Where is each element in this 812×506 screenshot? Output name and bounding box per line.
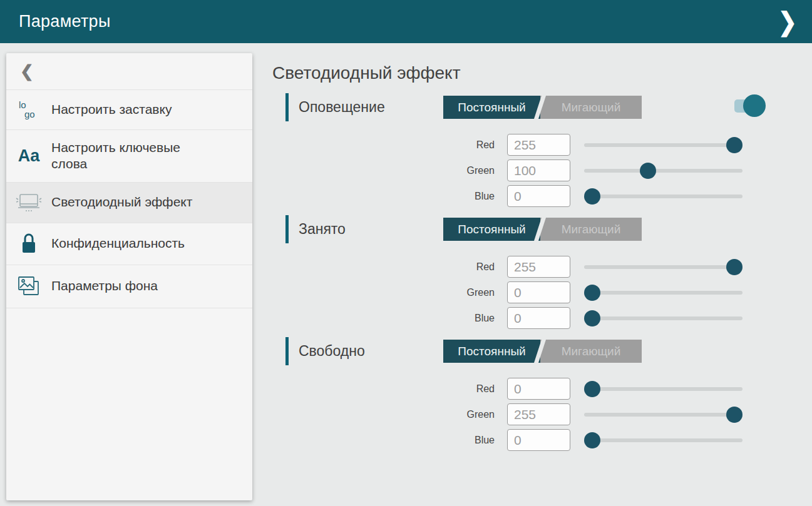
blue-label: Blue: [272, 191, 495, 202]
green-slider[interactable]: [584, 403, 743, 425]
blue-label: Blue: [272, 435, 495, 446]
mode-solid-button[interactable]: Постоянный: [443, 218, 540, 241]
slider-thumb[interactable]: [726, 137, 743, 153]
rgb-controls-free: Red Green Blue: [272, 378, 806, 451]
section-title: Свободно: [285, 337, 365, 365]
alert-enable-toggle[interactable]: [734, 94, 766, 117]
accent-bar: [285, 93, 289, 121]
sidebar-item-label: Светодиодный эффект: [51, 194, 192, 210]
green-value-input[interactable]: [507, 281, 570, 303]
sidebar-back-button[interactable]: ❮: [6, 53, 252, 90]
sidebar-item-led-effect[interactable]: Светодиодный эффект: [6, 183, 252, 223]
mode-segmented-control-alert: Постоянный Мигающий: [443, 96, 642, 119]
section-header-busy: Занято Постоянный Мигающий: [272, 215, 806, 243]
rgb-row-red: Red: [272, 134, 806, 156]
slider-track[interactable]: [584, 143, 743, 147]
slider-thumb[interactable]: [584, 188, 600, 205]
red-slider[interactable]: [584, 378, 743, 400]
sidebar-item-background[interactable]: Параметры фона: [6, 265, 252, 308]
slider-track[interactable]: [584, 387, 743, 391]
red-label: Red: [272, 261, 495, 273]
slider-thumb[interactable]: [726, 407, 743, 423]
sidebar-item-splash-screen[interactable]: logo Настроить заставку: [6, 90, 252, 130]
red-value-input[interactable]: [507, 134, 570, 156]
rgb-controls-alert: Red Green Blue: [272, 134, 806, 207]
slider-track[interactable]: [584, 291, 743, 295]
green-slider[interactable]: [584, 159, 743, 181]
slider-track[interactable]: [584, 265, 743, 269]
slider-thumb[interactable]: [584, 432, 600, 448]
slider-thumb[interactable]: [726, 259, 743, 275]
led-effect-panel: Светодиодный эффект Оповещение Постоянны…: [272, 43, 806, 455]
led-display-icon: [6, 192, 51, 213]
accent-bar: [285, 337, 289, 365]
rgb-row-blue: Blue: [272, 429, 806, 451]
red-slider[interactable]: [584, 256, 743, 278]
slider-track[interactable]: [584, 438, 743, 442]
section-header-free: Свободно Постоянный Мигающий: [272, 337, 806, 365]
mode-solid-button[interactable]: Постоянный: [443, 96, 540, 119]
toggle-thumb[interactable]: [743, 94, 766, 117]
rgb-row-red: Red: [272, 256, 806, 278]
chevron-left-icon: ❮: [20, 62, 34, 81]
mode-blinking-button[interactable]: Мигающий: [540, 340, 642, 363]
blue-value-input[interactable]: [507, 185, 570, 207]
app-header: Параметры ❯: [0, 0, 812, 43]
sidebar-item-privacy[interactable]: Конфиденциальность: [6, 223, 252, 265]
rgb-controls-busy: Red Green Blue: [272, 256, 806, 329]
section-header-alert: Оповещение Постоянный Мигающий: [272, 93, 806, 121]
green-label: Green: [272, 409, 495, 420]
section-title: Оповещение: [285, 93, 385, 121]
blue-label: Blue: [272, 313, 495, 324]
blue-slider[interactable]: [584, 307, 743, 329]
rgb-row-green: Green: [272, 403, 806, 425]
mode-segmented-control-free: Постоянный Мигающий: [443, 340, 642, 363]
keywords-icon: Aa: [6, 146, 51, 166]
logo-icon: logo: [6, 101, 51, 119]
mode-segmented-control-busy: Постоянный Мигающий: [443, 218, 642, 241]
red-value-input[interactable]: [507, 256, 570, 278]
blue-value-input[interactable]: [507, 307, 570, 329]
settings-sidebar: ❮ logo Настроить заставку Aa Настроить к…: [6, 53, 252, 500]
blue-slider[interactable]: [584, 429, 743, 451]
sidebar-item-label: Конфиденциальность: [51, 235, 185, 251]
green-slider[interactable]: [584, 281, 743, 303]
red-label: Red: [272, 139, 495, 151]
slider-track[interactable]: [584, 413, 743, 417]
mode-solid-button[interactable]: Постоянный: [443, 340, 540, 363]
rgb-row-blue: Blue: [272, 307, 806, 329]
background-images-icon: [6, 275, 51, 298]
lock-icon: [6, 233, 51, 255]
rgb-row-red: Red: [272, 378, 806, 400]
mode-blinking-button[interactable]: Мигающий: [540, 218, 642, 241]
panel-title: Светодиодный эффект: [272, 63, 806, 83]
green-value-input[interactable]: [507, 159, 570, 181]
sidebar-item-keywords[interactable]: Aa Настроить ключевые слова: [6, 130, 252, 183]
accent-bar: [285, 215, 289, 243]
page-title: Параметры: [19, 12, 111, 31]
red-label: Red: [272, 383, 495, 395]
rgb-row-blue: Blue: [272, 185, 806, 207]
green-value-input[interactable]: [507, 403, 570, 425]
green-label: Green: [272, 287, 495, 298]
red-value-input[interactable]: [507, 378, 570, 400]
rgb-row-green: Green: [272, 281, 806, 303]
chevron-right-icon[interactable]: ❯: [778, 9, 797, 34]
slider-thumb[interactable]: [584, 381, 600, 397]
blue-value-input[interactable]: [507, 429, 570, 451]
sidebar-item-label: Настроить заставку: [51, 101, 172, 118]
blue-slider[interactable]: [584, 185, 743, 207]
mode-blinking-button[interactable]: Мигающий: [540, 96, 642, 119]
slider-track[interactable]: [584, 169, 743, 173]
section-title: Занято: [285, 215, 346, 243]
slider-track[interactable]: [584, 195, 743, 198]
slider-track[interactable]: [584, 316, 743, 320]
slider-thumb[interactable]: [640, 163, 656, 179]
green-label: Green: [272, 165, 495, 176]
red-slider[interactable]: [584, 134, 743, 156]
sidebar-item-label: Настроить ключевые слова: [51, 139, 213, 173]
slider-thumb[interactable]: [584, 285, 600, 301]
slider-thumb[interactable]: [584, 310, 600, 326]
rgb-row-green: Green: [272, 159, 806, 181]
sidebar-item-label: Параметры фона: [51, 278, 158, 294]
